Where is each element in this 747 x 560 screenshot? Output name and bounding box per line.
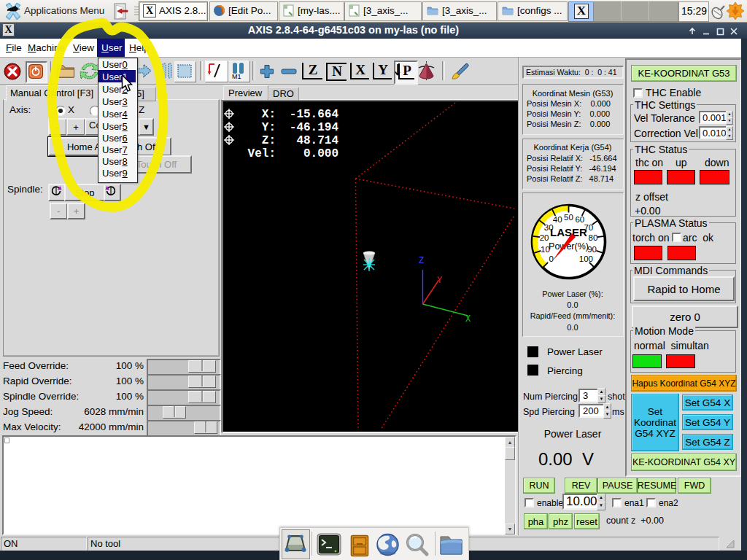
svg-text:60: 60 [575, 215, 584, 224]
svg-text:Y: Y [437, 276, 442, 286]
svg-text:80: 80 [589, 233, 598, 242]
svg-text:20: 20 [540, 233, 549, 242]
svg-text:100: 100 [579, 254, 593, 263]
svg-text:50: 50 [564, 213, 573, 222]
svg-text:90: 90 [587, 245, 597, 254]
svg-text:M1: M1 [232, 73, 241, 79]
svg-text:0: 0 [549, 254, 553, 263]
svg-text:Z: Z [419, 256, 424, 266]
svg-text:LASER: LASER [550, 226, 587, 238]
svg-text:40: 40 [553, 215, 562, 224]
svg-text:X: X [465, 314, 471, 324]
